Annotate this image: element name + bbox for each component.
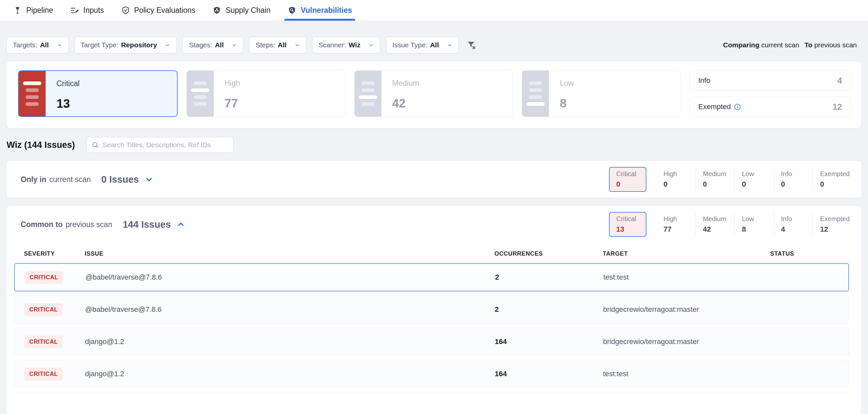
chip-label: Critical	[616, 170, 646, 178]
filter-value: Repository	[121, 41, 157, 49]
filter-value: Wiz	[349, 41, 361, 49]
chip-label: High	[663, 215, 695, 223]
table-row[interactable]: CRITICAL django@1.2 164 bridgecrewio/ter…	[14, 328, 849, 356]
occurrences-cell: 164	[495, 337, 603, 346]
chevron-down-icon[interactable]	[145, 175, 153, 184]
severity-card-count: 12	[833, 102, 842, 112]
chevron-up-icon[interactable]	[177, 220, 185, 229]
chip-value: 12	[820, 225, 851, 234]
severity-card-count: 42	[392, 97, 419, 110]
severity-card-low[interactable]: Low 8	[522, 70, 681, 117]
chip-info[interactable]: Info 0	[773, 167, 812, 192]
severity-badge: CRITICAL	[24, 368, 63, 381]
severity-card-info[interactable]: Info 4	[689, 70, 851, 91]
chevron-down-icon	[447, 42, 453, 48]
section-title: Common to previous scan 144 Issues	[21, 219, 185, 230]
severity-bars-icon	[354, 71, 381, 117]
severity-badge: CRITICAL	[24, 303, 63, 316]
tab-inputs[interactable]: Inputs	[70, 0, 104, 21]
info-exempted-column: Info 4 Exempted 12	[689, 70, 851, 117]
section-issue-count: 0 Issues	[101, 174, 139, 185]
section-header: Common to previous scan 144 Issues Criti…	[6, 206, 862, 243]
severity-bars-icon	[522, 71, 549, 117]
section-issue-count: 144 Issues	[123, 219, 171, 230]
severity-card-label: Exempted	[698, 102, 731, 111]
filter-scanner[interactable]: Scanner: Wiz	[312, 37, 380, 53]
pipeline-icon	[13, 6, 22, 15]
severity-card-label: High	[224, 79, 240, 88]
filter-row: Targets: All Target Type: Repository Sta…	[6, 37, 862, 53]
column-header-issue: ISSUE	[85, 250, 494, 257]
filter-targets[interactable]: Targets: All	[6, 37, 69, 53]
filter-issue-type[interactable]: Issue Type: All	[386, 37, 459, 53]
severity-card-count: 77	[224, 97, 240, 110]
section-title: Only in current scan 0 Issues	[21, 174, 153, 185]
chip-medium[interactable]: Medium 42	[695, 212, 734, 237]
severity-card-count: 4	[837, 76, 842, 86]
tab-supply-chain[interactable]: Supply Chain	[212, 0, 271, 21]
filter-stages[interactable]: Stages: All	[183, 37, 243, 53]
info-icon[interactable]	[734, 104, 741, 110]
vulnerabilities-page: Targets: All Target Type: Repository Sta…	[0, 37, 868, 414]
filter-label: Steps:	[255, 41, 275, 49]
section-only-in-current-scan: Only in current scan 0 Issues Critical 0…	[6, 161, 862, 198]
chip-exempted[interactable]: Exempted 0	[812, 167, 851, 192]
chip-low[interactable]: Low 8	[734, 212, 773, 237]
filter-target-type[interactable]: Target Type: Repository	[74, 37, 177, 53]
chip-label: Exempted	[820, 215, 851, 223]
chip-label: Low	[742, 215, 773, 223]
column-header-occurrences: OCCURRENCES	[494, 250, 603, 257]
tab-label: Pipeline	[26, 6, 53, 15]
chip-high[interactable]: High 0	[656, 167, 695, 192]
filter-x-icon[interactable]	[465, 39, 478, 51]
filter-value: All	[430, 41, 439, 49]
severity-card-count: 13	[57, 97, 80, 111]
filter-label: Target Type:	[81, 41, 119, 49]
tab-policy-evaluations[interactable]: Policy Evaluations	[121, 0, 196, 21]
occurrences-cell: 2	[495, 305, 603, 314]
chip-critical[interactable]: Critical 0	[609, 167, 646, 192]
tab-vulnerabilities[interactable]: Vulnerabilities	[287, 0, 352, 21]
chip-value: 0	[663, 180, 695, 188]
comparing-current: current scan	[761, 41, 799, 49]
search-input[interactable]	[102, 141, 228, 149]
chip-medium[interactable]: Medium 0	[695, 167, 734, 192]
filter-label: Targets:	[13, 41, 37, 49]
scanner-row: Wiz (144 Issues)	[6, 137, 862, 153]
severity-badge: CRITICAL	[25, 271, 63, 284]
filter-steps[interactable]: Steps: All	[249, 37, 306, 53]
chip-exempted[interactable]: Exempted 12	[812, 212, 851, 237]
table-header-row: SEVERITY ISSUE OCCURRENCES TARGET STATUS	[14, 244, 849, 263]
table-row[interactable]: CRITICAL django@1.2 164 test:test	[14, 360, 849, 388]
tab-pipeline[interactable]: Pipeline	[13, 0, 53, 21]
target-cell: test:test	[603, 273, 756, 282]
severity-card-medium[interactable]: Medium 42	[354, 70, 513, 117]
filter-value: All	[215, 41, 224, 49]
severity-card-critical[interactable]: Critical 13	[18, 70, 178, 117]
chip-high[interactable]: High 77	[656, 212, 695, 237]
table-row[interactable]: CRITICAL @babel/traverse@7.8.6 2 bridgec…	[14, 295, 849, 324]
chip-low[interactable]: Low 0	[734, 167, 773, 192]
target-cell: bridgecrewio/terragoat:master	[603, 305, 756, 314]
chip-label: Exempted	[820, 170, 851, 178]
occurrences-cell: 164	[495, 369, 603, 378]
inputs-icon	[70, 6, 79, 15]
severity-card-label: Info	[698, 76, 710, 85]
chip-value: 8	[742, 225, 773, 234]
chevron-down-icon	[294, 42, 300, 48]
severity-card-label: Low	[560, 79, 574, 88]
section-title-rest: previous scan	[66, 220, 112, 229]
severity-chips: Critical 0 High 0 Medium 0 Low 0 Info	[609, 167, 851, 192]
chip-value: 0	[820, 180, 851, 188]
comparing-label: Comparing current scan To previous scan	[723, 41, 862, 49]
chevron-down-icon	[57, 42, 62, 48]
severity-card-high[interactable]: High 77	[186, 70, 345, 117]
severity-card-exempted[interactable]: Exempted 12	[689, 97, 851, 117]
pipeline-tabbar: Pipeline Inputs Policy Evaluations Suppl…	[0, 0, 868, 21]
chip-value: 4	[781, 225, 812, 234]
table-row[interactable]: CRITICAL @babel/traverse@7.8.6 2 test:te…	[14, 263, 849, 291]
chip-critical[interactable]: Critical 13	[609, 212, 646, 237]
chip-label: High	[663, 170, 695, 178]
chip-info[interactable]: Info 4	[773, 212, 812, 237]
filter-label: Scanner:	[318, 41, 346, 49]
